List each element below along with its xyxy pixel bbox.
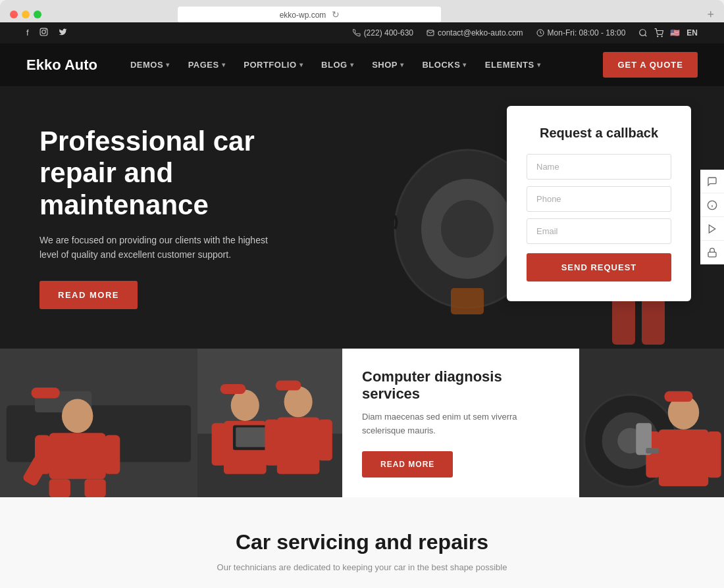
services-strip: Computer diagnosis services Diam maecena… (0, 349, 724, 497)
svg-rect-29 (49, 433, 106, 479)
nav-blog[interactable]: BLOG ▾ (321, 60, 353, 70)
nav-links: DEMOS ▾ PAGES ▾ PORTFOLIO ▾ BLOG ▾ SHOP … (130, 60, 603, 70)
send-request-button[interactable]: SEND REQUEST (527, 253, 671, 282)
svg-rect-43 (236, 427, 269, 447)
top-bar: f (222) 400-630 contact@ekko-auto.com Mo… (0, 22, 724, 43)
phone-info: (222) 400-630 (353, 28, 413, 37)
email-info: contact@ekko-auto.com (427, 28, 523, 37)
svg-rect-32 (49, 479, 70, 497)
svg-rect-54 (664, 391, 692, 401)
hero-title: Professional car repair and maintenance (39, 126, 316, 221)
name-input[interactable] (527, 154, 671, 180)
top-bar-contact: (222) 400-630 contact@ekko-auto.com Mon-… (353, 28, 698, 37)
svg-rect-48 (318, 419, 332, 460)
svg-rect-47 (265, 419, 279, 460)
hours-info: Mon-Fri: 08:00 - 18:00 (536, 28, 626, 37)
side-icons-panel (700, 170, 724, 264)
callback-form-card: Request a callback SEND REQUEST (507, 106, 691, 301)
phone-number: (222) 400-630 (364, 28, 413, 37)
service-image-1 (0, 349, 197, 497)
chevron-down-icon: ▾ (537, 61, 541, 68)
chevron-down-icon: ▾ (166, 61, 170, 68)
svg-rect-55 (659, 429, 708, 486)
service-card-title: Computer diagnosis services (362, 368, 559, 403)
refresh-icon[interactable]: ↻ (332, 9, 340, 20)
service-image-2 (197, 349, 342, 497)
lang-label[interactable]: EN (686, 28, 698, 37)
play-icon[interactable] (700, 217, 724, 241)
svg-point-37 (231, 389, 259, 420)
website-container: f (222) 400-630 contact@ekko-auto.com Mo… (0, 22, 724, 588)
email-address: contact@ekko-auto.com (438, 28, 523, 37)
navbar: Ekko Auto DEMOS ▾ PAGES ▾ PORTFOLIO ▾ BL… (0, 43, 724, 86)
chat-icon[interactable] (700, 170, 724, 193)
nav-portfolio[interactable]: PORTFOLIO ▾ (244, 60, 303, 70)
svg-rect-40 (212, 423, 226, 466)
svg-point-6 (658, 36, 658, 37)
service-info-card: Computer diagnosis services Diam maecena… (342, 349, 579, 497)
svg-rect-33 (84, 479, 105, 497)
instagram-link[interactable] (39, 28, 48, 38)
svg-point-7 (661, 36, 662, 37)
bottom-title: Car servicing and repairs (26, 530, 698, 554)
svg-point-27 (62, 399, 93, 433)
twitter-link[interactable] (59, 28, 67, 38)
lock-icon[interactable] (700, 241, 724, 264)
svg-rect-46 (277, 417, 320, 474)
info-icon[interactable] (700, 193, 724, 217)
service-card-description: Diam maecenas sed enim ut sem viverra sc… (362, 410, 559, 438)
svg-rect-31 (105, 435, 120, 474)
svg-rect-45 (276, 380, 301, 390)
chevron-down-icon: ▾ (400, 61, 404, 68)
chevron-down-icon: ▾ (299, 61, 303, 68)
hero-read-more-button[interactable]: READ MORE (39, 281, 138, 309)
service-read-more-button[interactable]: READ MORE (362, 451, 453, 478)
address-bar[interactable]: ekko-wp.com ↻ (178, 7, 441, 22)
svg-marker-22 (709, 225, 715, 233)
svg-point-1 (41, 30, 45, 34)
svg-rect-59 (646, 448, 658, 454)
facebook-link[interactable]: f (26, 28, 29, 38)
get-quote-button[interactable]: GET A QUOTE (603, 52, 698, 78)
svg-point-44 (284, 386, 313, 417)
hero-section: Professional car repair and maintenance … (0, 86, 724, 349)
svg-point-10 (441, 200, 494, 258)
nav-demos[interactable]: DEMOS ▾ (130, 60, 170, 70)
nav-shop[interactable]: SHOP ▾ (372, 60, 403, 70)
browser-dots (10, 11, 41, 18)
hero-content: Professional car repair and maintenance … (0, 86, 342, 349)
social-links: f (26, 28, 67, 38)
nav-pages[interactable]: PAGES ▾ (188, 60, 226, 70)
chevron-down-icon: ▾ (350, 61, 354, 68)
email-input[interactable] (527, 218, 671, 244)
svg-line-5 (645, 35, 647, 37)
dot-green (34, 11, 41, 18)
svg-point-2 (45, 29, 47, 30)
flag-icon: 🇺🇸 (670, 28, 680, 37)
callback-title: Request a callback (527, 126, 671, 141)
new-tab-button[interactable]: + (707, 8, 714, 22)
cart-icon[interactable] (654, 28, 663, 37)
nav-blocks[interactable]: BLOCKS ▾ (422, 60, 466, 70)
nav-elements[interactable]: ELEMENTS ▾ (485, 60, 540, 70)
phone-input[interactable] (527, 186, 671, 212)
utility-icons: 🇺🇸 EN (638, 28, 698, 37)
chevron-down-icon: ▾ (463, 61, 467, 68)
dot-yellow (22, 11, 30, 18)
service-image-3 (579, 349, 724, 497)
hero-subtitle: We are focused on providing our clients … (39, 233, 276, 262)
dot-red (10, 11, 18, 18)
svg-rect-11 (451, 288, 484, 314)
svg-rect-38 (220, 384, 246, 394)
svg-rect-23 (708, 253, 716, 257)
chevron-down-icon: ▾ (222, 61, 226, 68)
svg-point-4 (640, 30, 646, 36)
url-text: ekko-wp.com (280, 11, 326, 20)
svg-rect-28 (32, 387, 60, 398)
bottom-section: Car servicing and repairs Our technician… (0, 497, 724, 588)
browser-chrome: ekko-wp.com ↻ + (0, 0, 724, 22)
bottom-subtitle: Our technicians are dedicated to keeping… (197, 562, 527, 572)
search-icon[interactable] (638, 28, 648, 37)
site-logo[interactable]: Ekko Auto (26, 57, 97, 74)
svg-rect-57 (707, 431, 721, 478)
